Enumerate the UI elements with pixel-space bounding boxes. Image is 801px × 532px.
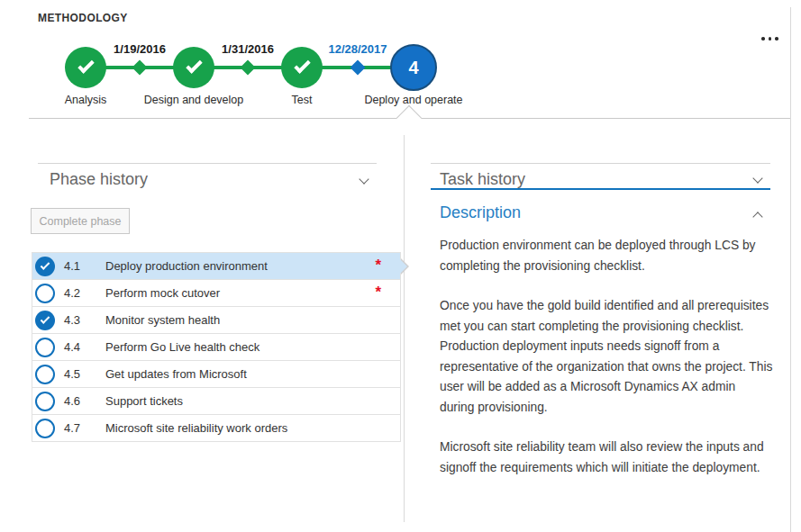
required-asterisk: * (375, 257, 381, 275)
page-title: METHODOLOGY (38, 12, 128, 24)
milestone-date: 1/31/2016 (203, 42, 293, 56)
task-row[interactable]: 4.1 Deploy production environment * (32, 253, 400, 280)
task-number: 4.5 (64, 367, 105, 381)
check-icon (77, 57, 94, 73)
task-label: Perform mock cutover (105, 286, 400, 300)
chevron-down-icon[interactable] (359, 174, 369, 184)
task-checkbox-unchecked[interactable] (35, 392, 55, 411)
milestone-date: 1/19/2016 (95, 42, 185, 56)
task-label: Perform Go Live health check (105, 340, 400, 354)
required-asterisk: * (375, 284, 381, 302)
phase-milestone-deploy[interactable]: 4 (390, 44, 437, 91)
task-label: Microsoft site reliability work orders (105, 421, 400, 435)
milestone-diamond-icon (241, 60, 256, 76)
check-icon (186, 57, 202, 73)
methodology-page: METHODOLOGY 1/19/2016 1/31/2016 12/28/20… (0, 0, 801, 532)
description-paragraph: Production environment can be deployed t… (440, 236, 773, 276)
task-row[interactable]: 4.4 Perform Go Live health check (32, 334, 400, 361)
task-row[interactable]: 4.5 Get updates from Microsoft (32, 361, 400, 388)
complete-phase-button[interactable]: Complete phase (31, 208, 130, 234)
task-checkbox-unchecked[interactable] (35, 338, 55, 357)
ellipsis-icon (769, 37, 772, 41)
task-checkbox-unchecked[interactable] (35, 284, 55, 303)
task-row[interactable]: 4.7 Microsoft site reliability work orde… (32, 415, 400, 442)
phase-milestone-test[interactable] (281, 47, 323, 88)
more-options-button[interactable] (760, 35, 780, 42)
check-icon (294, 57, 310, 73)
right-edge-border (790, 7, 791, 532)
task-label: Get updates from Microsoft (105, 367, 400, 381)
milestone-diamond-icon (350, 60, 366, 76)
task-number: 4.1 (64, 259, 105, 273)
task-checkbox-unchecked[interactable] (35, 419, 55, 438)
task-history-title: Task history (440, 170, 525, 188)
task-label: Monitor system health (105, 313, 400, 327)
milestone-date: 12/28/2017 (313, 42, 403, 56)
chevron-down-icon[interactable] (752, 173, 762, 183)
task-number: 4.2 (64, 286, 105, 300)
description-title: Description (440, 203, 521, 221)
task-row[interactable]: 4.3 Monitor system health (32, 307, 400, 334)
description-body: Production environment can be deployed t… (440, 236, 773, 498)
check-icon (41, 260, 50, 270)
task-number: 4.4 (64, 340, 105, 354)
task-number: 4.7 (64, 421, 105, 435)
phase-history-header: Phase history (38, 163, 377, 189)
phase-label: Deploy and operate (346, 94, 481, 106)
phase-history-title: Phase history (50, 170, 148, 188)
check-icon (41, 314, 50, 324)
description-header: Description (431, 192, 770, 224)
task-number: 4.3 (64, 313, 105, 327)
description-paragraph: Once you have the gold build identified … (440, 296, 773, 418)
task-checkbox-checked[interactable] (35, 311, 55, 330)
task-history-header: Task history (431, 163, 770, 190)
selected-phase-pointer (396, 105, 422, 131)
ellipsis-icon (761, 37, 765, 41)
ellipsis-icon (775, 37, 778, 41)
task-list: 4.1 Deploy production environment * 4.2 … (32, 252, 401, 442)
task-label: Support tickets (105, 394, 400, 408)
chevron-up-icon[interactable] (752, 212, 762, 221)
phase-milestone-analysis[interactable] (65, 47, 106, 88)
phase-milestone-design[interactable] (173, 47, 214, 88)
task-row[interactable]: 4.6 Support tickets (32, 388, 400, 415)
task-checkbox-checked[interactable] (35, 257, 55, 276)
task-row[interactable]: 4.2 Perform mock cutover * (32, 280, 400, 307)
phase-number: 4 (408, 58, 418, 78)
task-label: Deploy production environment (105, 259, 400, 273)
task-number: 4.6 (64, 394, 105, 408)
task-checkbox-unchecked[interactable] (35, 365, 55, 384)
panel-divider (404, 135, 405, 522)
milestone-diamond-icon (132, 60, 148, 76)
description-paragraph: Microsoft site reliability team will als… (440, 437, 773, 478)
